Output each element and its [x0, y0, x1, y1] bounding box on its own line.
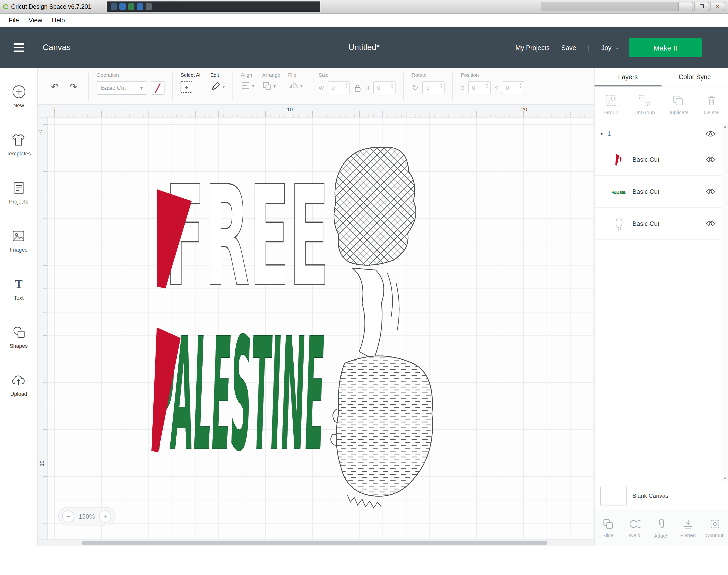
menu-view[interactable]: View — [24, 16, 47, 24]
operation-color-button[interactable]: ╱ — [151, 81, 165, 95]
width-input[interactable]: 0 ▲▼ — [328, 81, 350, 94]
stepper-down-icon: ▼ — [519, 86, 522, 89]
scroll-up-icon[interactable]: ▲ — [723, 124, 727, 129]
window-titlebar: C Cricut Design Space v6.7.201 – ❐ ✕ — [0, 0, 728, 13]
sidebar-item-text[interactable]: T Text — [11, 277, 26, 301]
tab-layers[interactable]: Layers — [594, 68, 661, 86]
edit-button[interactable]: ▾ — [210, 81, 225, 92]
scrollbar-thumb[interactable] — [81, 541, 547, 545]
minimize-button[interactable]: – — [679, 2, 693, 11]
visibility-eye-icon[interactable] — [706, 130, 715, 137]
select-all-button[interactable]: + — [181, 81, 192, 93]
sidebar-item-new[interactable]: New — [11, 84, 26, 108]
align-button[interactable]: ▾ — [241, 81, 254, 90]
blank-canvas-label: Blank Canvas — [632, 493, 668, 499]
canvas-horizontal-scrollbar[interactable] — [38, 539, 594, 546]
make-it-button[interactable]: Make It — [629, 38, 702, 57]
height-input[interactable]: 0 ▲▼ — [373, 81, 396, 94]
operation-group: Operation Basic Cut ▾ ╱ — [97, 72, 165, 101]
edit-toolbar: ↶ ↷ Operation Basic Cut ▾ ╱ — [38, 68, 594, 105]
save-link[interactable]: Save — [561, 44, 576, 51]
visibility-eye-icon[interactable] — [706, 189, 715, 195]
canvas-design-svg[interactable]: FREE PALESTINE — [47, 117, 594, 539]
layers-scrollbar[interactable]: ▲ ▼ — [722, 123, 728, 482]
stepper-icons[interactable]: ▲▼ — [440, 82, 443, 89]
position-y-input[interactable]: 0 ▲▼ — [502, 81, 524, 94]
user-menu[interactable]: Joy ⌄ — [601, 44, 619, 51]
flip-button[interactable]: ▾ — [288, 81, 303, 90]
hamburger-menu-icon[interactable] — [13, 43, 24, 52]
group-button[interactable]: Group — [594, 87, 628, 123]
zoom-in-button[interactable]: + — [99, 510, 111, 522]
zoom-out-button[interactable]: − — [62, 510, 74, 522]
delete-button[interactable]: Delete — [695, 87, 728, 123]
align-icon — [241, 81, 250, 90]
select-all-group: Select All + — [181, 72, 202, 101]
layer-actions: Group UnGroup Duplicate Delete — [594, 87, 728, 123]
plus-icon: + — [184, 83, 188, 91]
contour-icon — [709, 518, 720, 529]
sidebar-item-projects[interactable]: Projects — [9, 181, 28, 204]
sidebar-item-upload[interactable]: Upload — [10, 373, 27, 397]
sidebar-item-images[interactable]: Images — [10, 229, 28, 252]
document-title[interactable]: Untitled* — [349, 43, 380, 53]
blank-canvas-row[interactable]: Blank Canvas — [594, 482, 728, 510]
sidebar-item-shapes[interactable]: Shapes — [10, 325, 28, 349]
free-text-group[interactable]: FREE — [157, 156, 329, 317]
layer-row[interactable]: Basic Cut — [594, 208, 728, 240]
close-button[interactable]: ✕ — [711, 2, 725, 11]
size-label: Size — [319, 72, 396, 78]
lock-icon[interactable] — [354, 83, 362, 92]
header-divider: | — [588, 44, 590, 52]
rotate-input[interactable]: 0 ▲▼ — [423, 81, 445, 94]
layer-row[interactable]: PALESTINE Basic Cut — [594, 176, 728, 208]
tab-color-sync[interactable]: Color Sync — [661, 68, 728, 86]
menu-bar: File View Help — [0, 13, 728, 27]
palestine-text-group[interactable]: PALESTINE — [150, 304, 327, 485]
layer-row[interactable]: Basic Cut — [594, 144, 728, 176]
duplicate-button[interactable]: Duplicate — [661, 87, 695, 123]
artifact-icon — [137, 3, 143, 10]
slice-label: Slice — [602, 532, 614, 538]
contour-button[interactable]: Contour — [701, 510, 728, 546]
taskbar-overlay-artifact — [107, 1, 320, 12]
sidebar-item-templates[interactable]: Templates — [6, 133, 31, 157]
stepper-icons[interactable]: ▲▼ — [345, 82, 348, 89]
slice-button[interactable]: Slice — [594, 510, 621, 546]
visibility-eye-icon[interactable] — [706, 157, 715, 163]
design-canvas[interactable]: FREE PALESTINE — [47, 117, 594, 539]
attach-button[interactable]: Attach — [648, 510, 675, 546]
sidebar-item-label: New — [13, 102, 24, 108]
scroll-down-icon[interactable]: ▼ — [723, 476, 727, 481]
redo-button[interactable]: ↷ — [66, 79, 80, 94]
y-axis-label: Y — [494, 85, 498, 91]
arrange-button[interactable]: ▾ — [262, 81, 276, 91]
layer-group-header[interactable]: ▾ 1 — [594, 123, 728, 144]
position-x-input[interactable]: 0 ▲▼ — [468, 81, 490, 94]
text-t-glyph: T — [15, 277, 23, 291]
caret-down-icon: ▾ — [274, 83, 276, 89]
operation-select[interactable]: Basic Cut ▾ — [97, 81, 147, 95]
stepper-icons[interactable]: ▲▼ — [519, 82, 522, 89]
maximize-button[interactable]: ❐ — [694, 2, 709, 11]
weld-button[interactable]: Weld — [621, 510, 648, 546]
height-axis-label: H — [365, 85, 369, 91]
layer-name: Basic Cut — [632, 156, 700, 163]
stepper-icons[interactable]: ▲▼ — [485, 82, 488, 89]
flatten-button[interactable]: Flatten — [675, 510, 701, 546]
undo-button[interactable]: ↶ — [47, 79, 62, 94]
ungroup-button[interactable]: UnGroup — [628, 87, 661, 123]
projects-icon — [11, 181, 26, 195]
menu-help[interactable]: Help — [47, 16, 70, 24]
stepper-icons[interactable]: ▲▼ — [391, 82, 394, 89]
visibility-eye-icon[interactable] — [706, 221, 715, 227]
layer-name: Basic Cut — [632, 220, 700, 227]
my-projects-link[interactable]: My Projects — [515, 44, 550, 51]
fist-illustration[interactable] — [331, 147, 433, 508]
menu-file[interactable]: File — [4, 16, 24, 24]
sidebar-item-label: Projects — [9, 199, 28, 204]
group-expand-caret-icon[interactable]: ▾ — [600, 131, 603, 136]
position-group: Position X 0 ▲▼ Y 0 ▲▼ — [461, 72, 524, 101]
palestine-text: PALESTINE — [150, 304, 327, 485]
ungroup-label: UnGroup — [634, 109, 655, 115]
